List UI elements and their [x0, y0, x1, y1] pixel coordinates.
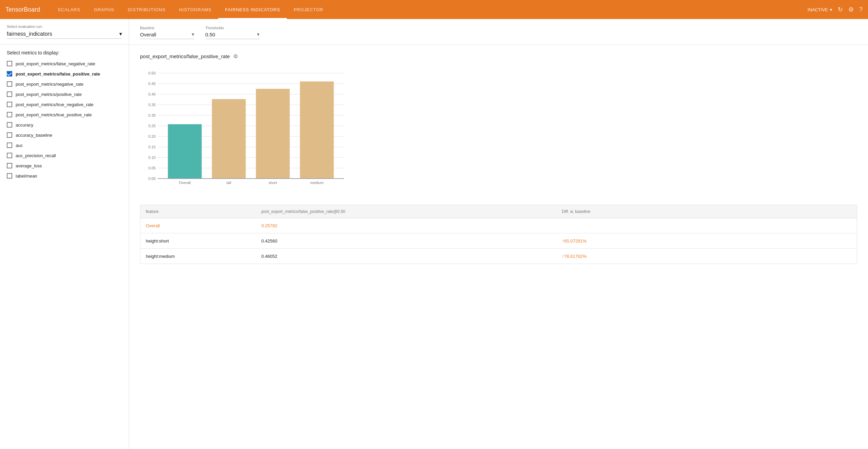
nav-scalars[interactable]: SCALARS — [51, 0, 87, 19]
metric-item-positive_rate[interactable]: post_export_metrics/positive_rate — [7, 92, 122, 97]
svg-text:0.50: 0.50 — [149, 71, 156, 75]
topnav-right: INACTIVE ▾ ↻ ⚙ ? — [808, 6, 863, 13]
svg-text:0.35: 0.35 — [149, 103, 156, 107]
metric-item-accuracy_baseline[interactable]: accuracy_baseline — [7, 132, 122, 138]
metric-item-true_negative_rate[interactable]: post_export_metrics/true_negative_rate — [7, 102, 122, 107]
metric-item-true_positive_rate[interactable]: post_export_metrics/true_positive_rate — [7, 112, 122, 117]
metric-label-average_loss: average_loss — [16, 163, 42, 168]
svg-rect-24 — [212, 99, 246, 179]
svg-text:Overall: Overall — [179, 181, 191, 185]
diff-up-icon: ↑ — [562, 238, 564, 244]
metric-checkbox-average_loss[interactable] — [7, 163, 12, 168]
metric-item-false_negative_rate[interactable]: post_export_metrics/false_negative_rate — [7, 61, 122, 66]
thresholds-value: 0.50 — [205, 32, 215, 37]
metric-checkbox-accuracy_baseline[interactable] — [7, 132, 12, 138]
metric-checkbox-auc_precision_recall[interactable] — [7, 153, 12, 158]
metric-checkbox-false_positive_rate[interactable] — [7, 71, 12, 77]
nav-distributions[interactable]: DISTRIBUTIONS — [121, 0, 172, 19]
refresh-icon[interactable]: ↻ — [838, 6, 843, 13]
status-indicator: INACTIVE ▾ — [808, 7, 832, 12]
metric-item-label_mean[interactable]: label/mean — [7, 173, 122, 179]
metric-label-negative_rate: post_export_metrics/negative_rate — [16, 82, 83, 87]
chart-title: post_export_metrics/false_positive_rate — [140, 53, 230, 59]
metric-checkbox-positive_rate[interactable] — [7, 92, 12, 97]
svg-text:0.00: 0.00 — [149, 177, 156, 181]
svg-text:medium: medium — [310, 181, 324, 185]
table-row: Overall0.25782 — [140, 218, 857, 233]
metrics-section: Select metrics to display: post_export_m… — [0, 45, 129, 189]
nav-fairness[interactable]: FAIRNESS INDICATORS — [218, 0, 287, 19]
metric-checkbox-true_positive_rate[interactable] — [7, 112, 12, 117]
metric-checkbox-accuracy[interactable] — [7, 122, 12, 128]
svg-text:0.25: 0.25 — [149, 124, 156, 128]
metric-checkbox-false_negative_rate[interactable] — [7, 61, 12, 66]
svg-text:0.40: 0.40 — [149, 92, 156, 96]
baseline-value: Overall — [140, 32, 156, 37]
bar-chart: 0.500.450.400.350.300.250.200.150.100.05… — [140, 66, 351, 197]
nav-graphs[interactable]: GRAPHS — [87, 0, 121, 19]
baseline-select[interactable]: Overall ▾ — [140, 31, 194, 39]
metric-item-average_loss[interactable]: average_loss — [7, 163, 122, 168]
baseline-arrow: ▾ — [192, 31, 194, 37]
eval-run-section: Select evaluation run: fairness_indicato… — [0, 19, 129, 45]
cell-feature[interactable]: Overall — [140, 218, 256, 233]
metric-label-positive_rate: post_export_metrics/positive_rate — [16, 92, 82, 97]
metric-checkbox-negative_rate[interactable] — [7, 81, 12, 87]
metric-checkbox-auc[interactable] — [7, 143, 12, 148]
content-header: Baseline Overall ▾ Thresholds 0.50 ▾ — [129, 19, 868, 45]
metric-item-accuracy[interactable]: accuracy — [7, 122, 122, 128]
cell-value: 0.42560 — [256, 233, 556, 248]
table-row: height:medium0.46052↑ 78.61762% — [140, 249, 857, 264]
metric-item-auc[interactable]: auc — [7, 143, 122, 148]
eval-run-arrow: ▾ — [119, 31, 122, 37]
baseline-group: Baseline Overall ▾ — [140, 26, 194, 39]
cell-feature: height:short — [140, 233, 256, 248]
topnav: TensorBoard SCALARS GRAPHS DISTRIBUTIONS… — [0, 0, 868, 19]
diff-percentage: 65.07291% — [564, 238, 587, 244]
metric-item-negative_rate[interactable]: post_export_metrics/negative_rate — [7, 81, 122, 87]
metric-label-false_negative_rate: post_export_metrics/false_negative_rate — [16, 61, 95, 66]
cell-diff — [556, 218, 857, 233]
svg-rect-28 — [300, 81, 334, 179]
nav-histograms[interactable]: HISTOGRAMS — [172, 0, 218, 19]
chart-title-row: post_export_metrics/false_positive_rate … — [140, 53, 857, 60]
svg-text:0.20: 0.20 — [149, 134, 156, 138]
chart-svg: 0.500.450.400.350.300.250.200.150.100.05… — [140, 66, 351, 196]
diff-percentage: 78.61762% — [564, 254, 587, 259]
nav-projector[interactable]: PROJECTOR — [287, 0, 330, 19]
metric-label-false_positive_rate: post_export_metrics/false_positive_rate — [16, 71, 100, 77]
thresholds-label: Thresholds — [205, 26, 260, 30]
settings-icon[interactable]: ⚙ — [848, 6, 854, 13]
eval-run-value: fairness_indicators — [7, 31, 52, 37]
chart-section: post_export_metrics/false_positive_rate … — [129, 45, 868, 205]
help-icon[interactable]: ? — [859, 6, 863, 13]
thresholds-group: Thresholds 0.50 ▾ — [205, 26, 260, 39]
metric-label-true_positive_rate: post_export_metrics/true_positive_rate — [16, 112, 92, 117]
eval-run-label: Select evaluation run: — [7, 24, 122, 29]
thresholds-select[interactable]: 0.50 ▾ — [205, 31, 260, 39]
svg-rect-22 — [168, 124, 202, 179]
sidebar: Select evaluation run: fairness_indicato… — [0, 19, 129, 449]
cell-value: 0.46052 — [256, 249, 556, 264]
metric-checkbox-label_mean[interactable] — [7, 173, 12, 179]
svg-text:0.15: 0.15 — [149, 145, 156, 149]
svg-text:0.10: 0.10 — [149, 155, 156, 160]
th-metric: post_export_metrics/false_positive_rate@… — [256, 205, 556, 218]
baseline-label: Baseline — [140, 26, 194, 30]
th-feature: feature — [140, 205, 256, 218]
metric-checkbox-true_negative_rate[interactable] — [7, 102, 12, 107]
metric-item-false_positive_rate[interactable]: post_export_metrics/false_positive_rate — [7, 71, 122, 77]
main-content: Baseline Overall ▾ Thresholds 0.50 ▾ pos… — [129, 19, 868, 449]
metric-item-auc_precision_recall[interactable]: auc_precision_recall — [7, 153, 122, 158]
th-diff: Diff. w. baseline — [556, 205, 857, 218]
chart-settings-icon[interactable]: ⚙ — [233, 53, 238, 60]
diff-up-icon: ↑ — [562, 253, 564, 259]
eval-run-select[interactable]: fairness_indicators ▾ — [7, 31, 122, 39]
metrics-title: Select metrics to display: — [7, 50, 122, 55]
main-layout: Select evaluation run: fairness_indicato… — [0, 19, 868, 449]
metrics-list: post_export_metrics/false_negative_ratep… — [7, 61, 122, 179]
nav-links: SCALARS GRAPHS DISTRIBUTIONS HISTOGRAMS … — [51, 0, 808, 19]
table-body: Overall0.25782height:short0.42560↑ 65.07… — [140, 218, 857, 264]
metric-label-true_negative_rate: post_export_metrics/true_negative_rate — [16, 102, 93, 107]
metric-label-label_mean: label/mean — [16, 173, 37, 179]
